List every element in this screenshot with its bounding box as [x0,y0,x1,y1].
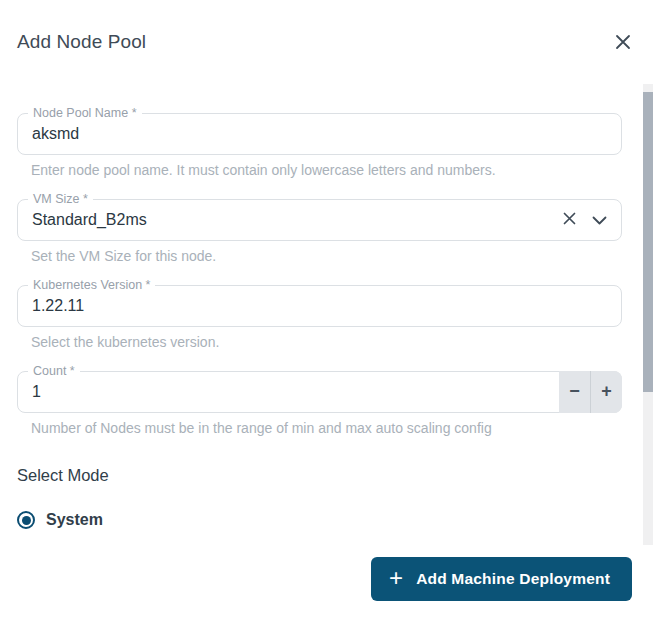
count-input[interactable] [18,372,621,412]
chevron-down-icon [592,213,607,228]
dialog-header: Add Node Pool [0,0,653,53]
dialog-title: Add Node Pool [17,31,146,53]
node-pool-name-field: Node Pool Name * [17,113,622,155]
add-machine-deployment-label: Add Machine Deployment [416,570,610,588]
vm-size-label: VM Size * [28,191,93,207]
kubernetes-version-label: Kubernetes Version * [28,277,155,293]
vm-size-adornments [563,200,607,240]
form-group-count: Count * − + Number of Nodes must be in t… [17,371,622,437]
mode-option-label: System [46,511,103,529]
add-machine-deployment-button[interactable]: + Add Machine Deployment [371,557,632,601]
add-node-pool-dialog: { "dialog": { "title": "Add Node Pool" }… [0,0,653,636]
vm-size-input[interactable] [18,200,621,240]
form-group-node-pool-name: Node Pool Name * Enter node pool name. I… [17,113,622,179]
select-mode-heading: Select Mode [17,465,653,485]
scrollbar-thumb[interactable] [643,92,653,392]
kubernetes-version-helper: Select the kubernetes version. [31,333,622,351]
vm-size-clear-button[interactable] [563,212,576,228]
count-decrement-button[interactable]: − [559,371,591,413]
form-area: Node Pool Name * Enter node pool name. I… [0,113,653,437]
node-pool-name-label: Node Pool Name * [28,105,142,121]
vm-size-dropdown-button[interactable] [592,213,607,228]
plus-icon: + [389,566,403,590]
count-stepper: − + [559,371,622,413]
form-group-vm-size: VM Size * [17,199,622,265]
minus-icon: − [569,381,580,402]
close-button[interactable] [613,32,633,52]
form-group-kubernetes-version: Kubernetes Version * Select the kubernet… [17,285,622,351]
count-label: Count * [28,363,80,379]
radio-selected-icon [17,511,35,529]
scrollbar-track[interactable] [643,84,653,545]
node-pool-name-helper: Enter node pool name. It must contain on… [31,161,622,179]
mode-option-system[interactable]: System [17,511,653,529]
count-helper: Number of Nodes must be in the range of … [31,419,622,437]
vm-size-helper: Set the VM Size for this node. [31,247,622,265]
count-increment-button[interactable]: + [591,371,622,413]
kubernetes-version-field: Kubernetes Version * [17,285,622,327]
clear-icon [563,212,576,228]
vm-size-field: VM Size * [17,199,622,241]
count-field: Count * − + [17,371,622,413]
plus-icon: + [601,381,612,402]
close-icon [615,34,631,50]
